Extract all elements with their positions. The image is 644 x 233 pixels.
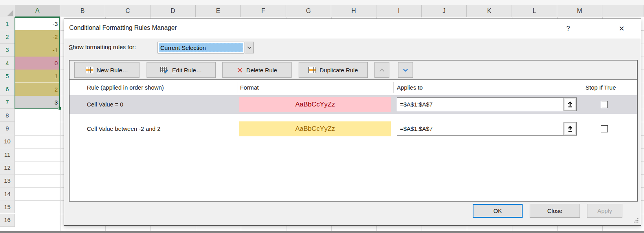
row-header-7[interactable]: 7 <box>0 96 15 109</box>
column-header-D[interactable]: D <box>150 5 196 17</box>
row-header-15[interactable]: 15 <box>0 200 15 213</box>
rule-description: Cell Value = 0 <box>87 95 123 114</box>
format-preview: AaBbCcYyZz <box>239 121 391 136</box>
column-divider <box>237 82 237 93</box>
close-button[interactable]: Close <box>530 204 580 218</box>
table-pencil-icon <box>160 67 169 73</box>
row-header-5[interactable]: 5 <box>0 70 15 83</box>
row-header-9[interactable]: 9 <box>0 122 15 135</box>
gridline <box>15 227 644 227</box>
column-header-stop-if-true: Stop If True <box>585 80 616 95</box>
move-rule-up-button[interactable] <box>374 62 389 78</box>
column-header-J[interactable]: J <box>422 5 467 17</box>
ok-button[interactable]: OK <box>473 204 523 218</box>
column-header-applies-to: Applies to <box>397 80 423 95</box>
applies-to-field <box>397 97 577 111</box>
help-icon[interactable]: ? <box>562 23 574 34</box>
row-header-2[interactable]: 2 <box>0 30 15 43</box>
column-header-F[interactable]: F <box>241 5 286 17</box>
dropdown-value-box[interactable]: Current Selection <box>158 42 244 53</box>
column-header-B[interactable]: B <box>60 5 105 17</box>
duplicate-rule-label: Duplicate Rule <box>319 67 358 73</box>
select-all-triangle-icon <box>7 10 13 16</box>
row-header-6[interactable]: 6 <box>0 83 15 96</box>
rules-toolbar: New Rule… Edit Rule… Delete Rule <box>70 61 637 80</box>
select-all-button[interactable] <box>0 5 15 18</box>
delete-rule-label: Delete Rule <box>246 67 277 73</box>
dialog-title: Conditional Formatting Rules Manager <box>69 24 177 31</box>
move-rule-down-button[interactable] <box>398 62 413 78</box>
close-icon[interactable]: ✕ <box>616 23 627 34</box>
column-header-L[interactable]: L <box>512 5 557 17</box>
column-header-A[interactable]: A <box>15 5 60 17</box>
row-header-8[interactable]: 8 <box>0 109 15 122</box>
cell-A4[interactable]: 0 <box>15 57 60 70</box>
column-header-M[interactable]: M <box>557 5 602 17</box>
column-header-blank <box>602 5 644 17</box>
duplicate-rule-button[interactable]: Duplicate Rule <box>299 62 368 78</box>
dialog-titlebar: Conditional Formatting Rules Manager ? ✕ <box>64 19 641 39</box>
row-header-16[interactable]: 16 <box>0 214 15 227</box>
red-x-icon <box>237 67 243 73</box>
gridline <box>60 17 61 231</box>
status-bar-edge <box>0 231 644 233</box>
column-header-I[interactable]: I <box>376 5 422 17</box>
row-header-11[interactable]: 11 <box>0 148 15 161</box>
rule-description: Cell Value between -2 and 2 <box>87 119 160 138</box>
chevron-down-icon <box>403 68 408 72</box>
row-header-3[interactable]: 3 <box>0 44 15 57</box>
row-header-1[interactable]: 1 <box>0 17 15 30</box>
show-rules-label: Show formatting rules for: <box>69 44 136 50</box>
new-rule-button[interactable]: New Rule… <box>74 62 139 78</box>
range-picker-button[interactable] <box>563 98 576 111</box>
table-grid-icon <box>308 67 316 73</box>
range-picker-button[interactable] <box>563 122 576 135</box>
column-divider <box>393 82 394 93</box>
cell-A5[interactable]: 1 <box>15 70 60 83</box>
collapse-dialog-arrow-icon <box>567 101 573 108</box>
column-header-format: Format <box>240 80 259 95</box>
cell-A6[interactable]: 2 <box>15 83 60 96</box>
applies-to-input[interactable] <box>397 98 563 111</box>
cell-A1[interactable]: -3 <box>15 17 60 30</box>
rules-list-header: Rule (applied in order shown) Format App… <box>70 80 637 95</box>
row-header-10[interactable]: 10 <box>0 135 15 148</box>
fill-handle[interactable] <box>58 107 61 110</box>
column-divider <box>582 82 582 93</box>
row-header-12[interactable]: 12 <box>0 161 15 174</box>
new-rule-label: New Rule… <box>97 67 128 73</box>
column-header-K[interactable]: K <box>467 5 512 17</box>
stop-if-true-checkbox[interactable] <box>601 125 608 132</box>
rules-frame: New Rule… Edit Rule… Delete Rule <box>69 60 638 202</box>
cell-A3[interactable]: -1 <box>15 44 60 57</box>
resize-grip[interactable] <box>634 218 638 223</box>
row-header-14[interactable]: 14 <box>0 187 15 200</box>
row-header-13[interactable]: 13 <box>0 174 15 187</box>
cell-A7[interactable]: 3 <box>15 96 60 109</box>
rule-row[interactable]: Cell Value between -2 and 2 AaBbCcYyZz <box>70 119 637 138</box>
edit-rule-label: Edit Rule… <box>172 67 202 73</box>
delete-rule-button[interactable]: Delete Rule <box>222 62 292 78</box>
chevron-up-icon <box>379 68 385 72</box>
cf-rules-manager-dialog: Conditional Formatting Rules Manager ? ✕… <box>64 18 641 226</box>
excel-window: ABCDEFGHIJKLM12345678910111213141516-3-2… <box>0 0 644 233</box>
column-header-G[interactable]: G <box>286 5 331 17</box>
format-preview: AaBbCcYyZz <box>239 97 391 112</box>
collapse-dialog-arrow-icon <box>567 126 573 132</box>
column-header-C[interactable]: C <box>105 5 150 17</box>
table-grid-icon <box>86 67 93 73</box>
apply-button[interactable]: Apply <box>587 204 622 218</box>
column-header-E[interactable]: E <box>196 5 241 17</box>
edit-rule-button[interactable]: Edit Rule… <box>147 62 216 78</box>
rule-row-selected[interactable]: Cell Value = 0 AaBbCcYyZz <box>70 95 637 114</box>
show-rules-dropdown[interactable]: Current Selection <box>158 42 254 53</box>
row-header-4[interactable]: 4 <box>0 57 15 70</box>
column-header-rule: Rule (applied in order shown) <box>87 80 164 95</box>
chevron-down-icon <box>247 46 251 49</box>
cell-A2[interactable]: -2 <box>15 30 60 43</box>
column-header-H[interactable]: H <box>331 5 376 17</box>
dropdown-selected-value: Current Selection <box>159 43 243 52</box>
dropdown-arrow-button[interactable] <box>245 42 254 53</box>
stop-if-true-checkbox[interactable] <box>601 101 608 108</box>
applies-to-input[interactable] <box>397 122 563 135</box>
